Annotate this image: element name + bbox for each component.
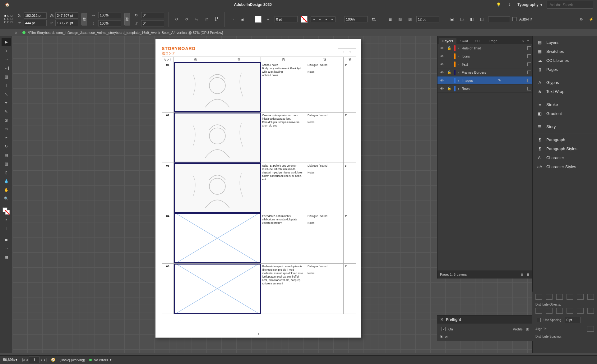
expand-icon[interactable]: › xyxy=(457,46,460,50)
default-fill-stroke[interactable]: ◼ xyxy=(2,236,11,244)
note-tool[interactable]: ▯ xyxy=(2,168,11,177)
document-tab[interactable]: *Film-Storyboards.com_InDesign_Japanese_… xyxy=(28,31,223,35)
lock-icon[interactable]: 🔒 xyxy=(446,46,452,50)
stroke-swatch[interactable] xyxy=(301,16,308,23)
action-cell[interactable]: Ehendantis earum nobisi ullaboribus minu… xyxy=(261,213,306,263)
dialogue-cell[interactable]: Dialogue / sound Notes xyxy=(306,163,344,213)
dialogue-cell[interactable]: Dialogue / sound Notes xyxy=(306,62,344,112)
seconds-cell[interactable]: 1' xyxy=(344,163,356,213)
dock-item-swatches[interactable]: ▦Swatches xyxy=(533,47,597,56)
layer-target-icon[interactable] xyxy=(527,54,531,58)
dock-item-wrap[interactable]: ≋Text Wrap xyxy=(533,87,597,96)
workspace-switcher[interactable]: Typography▾ xyxy=(517,2,542,7)
last-page-icon[interactable]: ▸| xyxy=(44,358,47,362)
flip-h-icon[interactable]: ⇋ xyxy=(193,16,200,23)
autofit-checkbox[interactable]: Auto-Fit xyxy=(511,16,532,22)
content-collector-tool[interactable]: ▥ xyxy=(2,73,11,81)
dock-item-cc[interactable]: ☁CC Libraries xyxy=(533,56,597,65)
dist-vcenter-icon[interactable] xyxy=(577,308,583,314)
dock-item-glyphs[interactable]: AGlyphs xyxy=(533,78,597,87)
direct-selection-tool[interactable]: ▷ xyxy=(2,47,11,55)
action-cell[interactable]: Action / notes Body copy set in Avenir B… xyxy=(261,62,306,112)
constrain-scale-icon[interactable]: ⛓ xyxy=(124,13,130,25)
type-tool[interactable]: T xyxy=(2,81,11,90)
constrain-wh-icon[interactable]: ⛓ xyxy=(81,13,87,25)
expand-icon[interactable]: › xyxy=(457,79,460,82)
dock-item-layers[interactable]: ▤Layers xyxy=(533,38,597,47)
image-frame[interactable] xyxy=(174,264,261,314)
format-text-icon[interactable]: T xyxy=(2,224,11,233)
seconds-cell[interactable]: 1' xyxy=(344,213,356,263)
align-vcenter-icon[interactable] xyxy=(577,294,583,300)
frame-fitting-dropdown[interactable] xyxy=(488,16,510,22)
visibility-icon[interactable]: 👁 xyxy=(439,54,445,58)
layer-target-icon[interactable] xyxy=(527,79,531,82)
next-page-icon[interactable]: ▸ xyxy=(41,358,43,362)
screen-mode-icon[interactable]: ▭ xyxy=(2,244,11,252)
dock-item-cstyles[interactable]: aACharacter Styles xyxy=(533,162,597,171)
scissors-tool[interactable]: ✂ xyxy=(2,134,11,142)
gear-icon[interactable]: ⚙ xyxy=(578,16,585,23)
action-cell[interactable]: Udae. Et pellorit que veruntur restibusc… xyxy=(261,163,306,213)
lightning-icon[interactable]: ⚡ xyxy=(588,16,595,23)
dist-bottom-icon[interactable] xyxy=(587,308,594,314)
y-input[interactable] xyxy=(24,20,47,26)
visibility-icon[interactable]: 👁 xyxy=(439,46,445,50)
close-icon[interactable]: ✕ xyxy=(440,317,443,322)
opacity-input[interactable] xyxy=(345,16,368,22)
prev-page-icon[interactable]: ◂ xyxy=(26,358,28,362)
visibility-icon[interactable]: 👁 xyxy=(439,87,445,90)
open-nav-icon[interactable]: 🧭 xyxy=(51,358,55,362)
tab-swatches[interactable]: Swat xyxy=(457,38,471,44)
dialogue-cell[interactable]: Dialogue / sound Notes xyxy=(306,264,344,314)
layer-item[interactable]: 👁🔒›Rows xyxy=(437,85,532,93)
layer-item[interactable]: 👁🔒›Rule of Third xyxy=(437,44,532,52)
apply-color-icon[interactable]: ▪ xyxy=(2,216,11,224)
fit-content-icon[interactable]: ▣ xyxy=(448,16,455,23)
expand-icon[interactable]: › xyxy=(457,87,460,90)
pen-tool[interactable]: ✒ xyxy=(2,99,11,107)
help-icon[interactable]: 💡 xyxy=(495,1,502,8)
preflight-profile-dropdown[interactable]: [B xyxy=(526,327,529,331)
h-input[interactable] xyxy=(55,20,78,26)
rotate-input[interactable] xyxy=(141,12,164,18)
fill-swatch[interactable] xyxy=(255,16,261,23)
share-icon[interactable]: ⇪ xyxy=(506,1,513,8)
dock-item-stroke[interactable]: ≡Stroke xyxy=(533,100,597,109)
spacing-input[interactable] xyxy=(565,317,581,323)
selection-tool[interactable]: ▶ xyxy=(2,38,11,46)
view-options-icon[interactable]: ▦ xyxy=(2,253,11,261)
stroke-type-dropdown[interactable] xyxy=(311,16,336,22)
dock-item-para[interactable]: ¶Paragraph xyxy=(533,135,597,144)
layer-item[interactable]: 👁🔒›Frames Borders xyxy=(437,68,532,76)
dock-item-pages[interactable]: ▯Pages xyxy=(533,65,597,74)
reference-point[interactable] xyxy=(4,15,13,24)
hand-tool[interactable]: ✋ xyxy=(2,186,11,194)
flip-v-icon[interactable]: ⇵ xyxy=(203,16,210,23)
home-icon[interactable]: 🏠 xyxy=(4,1,11,8)
scale-y-input[interactable] xyxy=(98,20,121,26)
zoom-display[interactable]: 56,69% ▾ xyxy=(3,358,17,362)
first-page-icon[interactable]: |◂ xyxy=(22,358,25,362)
page-navigator[interactable]: |◂ ◂ ▸ ▸| xyxy=(22,357,47,363)
image-frame[interactable] xyxy=(174,213,261,263)
dock-item-char[interactable]: A|Character xyxy=(533,153,597,162)
action-cell[interactable]: Onecus dolorep tatincium num inistia ect… xyxy=(261,113,306,163)
align-left-icon[interactable] xyxy=(535,294,542,300)
shear-input[interactable] xyxy=(141,20,164,26)
align-hcenter-icon[interactable] xyxy=(546,294,552,300)
dock-item-story[interactable]: ☰Story xyxy=(533,122,597,131)
dock-item-gradient[interactable]: ◧Gradient xyxy=(533,109,597,118)
seconds-cell[interactable]: 1' xyxy=(344,62,356,112)
close-doc-icon[interactable]: ✕ xyxy=(12,29,19,36)
layer-item[interactable]: 👁›Images✎ xyxy=(437,76,532,85)
expand-icon[interactable]: › xyxy=(457,62,460,66)
preflight-status[interactable]: No errors ▾ xyxy=(89,358,112,362)
line-tool[interactable]: ＼ xyxy=(2,90,11,98)
dist-top-icon[interactable] xyxy=(567,308,573,314)
scale-x-input[interactable] xyxy=(98,12,121,18)
tab-cclibraries[interactable]: CC L xyxy=(472,38,486,44)
visibility-icon[interactable]: 👁 xyxy=(439,71,445,74)
stroke-weight-input[interactable] xyxy=(275,16,298,22)
page-tool[interactable]: ▭ xyxy=(2,55,11,63)
